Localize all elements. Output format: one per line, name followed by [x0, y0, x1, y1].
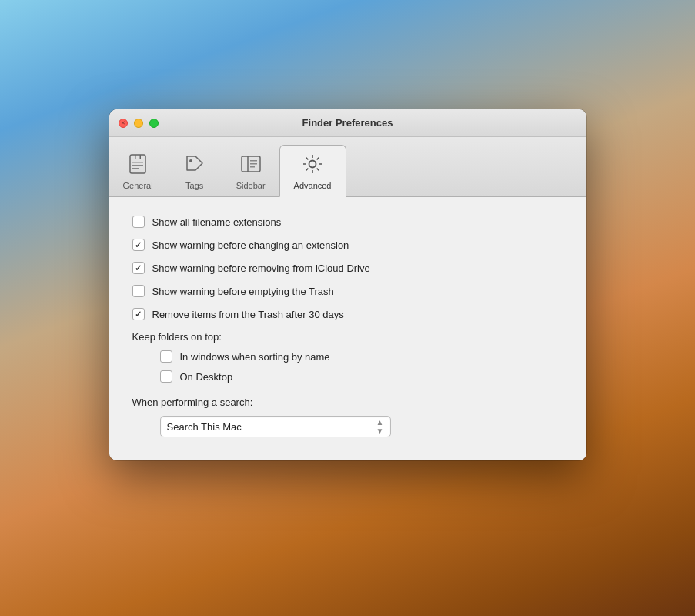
checkbox-folders-desktop[interactable] — [160, 370, 172, 383]
checkbox-show-extensions[interactable] — [132, 216, 145, 228]
finder-preferences-window: Finder Preferences General — [109, 109, 586, 460]
toolbar: General Tags Si — [109, 137, 586, 197]
tab-tags[interactable]: Tags — [167, 146, 222, 196]
svg-line-20 — [306, 169, 309, 171]
checkbox-remove-trash[interactable] — [132, 308, 145, 320]
tab-advanced[interactable]: Advanced — [279, 145, 346, 197]
row-remove-trash: Remove items from the Trash after 30 day… — [132, 308, 563, 320]
sidebar-icon — [237, 150, 265, 178]
row-folders-desktop: On Desktop — [160, 370, 563, 383]
tab-sidebar-label: Sidebar — [236, 181, 266, 190]
checkbox-warn-change-ext[interactable] — [132, 239, 145, 251]
checkbox-warn-trash[interactable] — [132, 285, 145, 297]
tags-icon — [181, 150, 209, 178]
dropdown-value: Search This Mac — [167, 421, 242, 433]
search-dropdown-wrap: Search This Mac ▲ ▼ — [160, 416, 563, 437]
label-folders-windows: In windows when sorting by name — [180, 351, 330, 363]
label-warn-trash: Show warning before emptying the Trash — [152, 286, 334, 297]
maximize-button[interactable] — [149, 119, 159, 128]
label-warn-icloud: Show warning before removing from iCloud… — [152, 263, 370, 274]
svg-rect-4 — [132, 165, 143, 166]
svg-line-18 — [317, 169, 319, 171]
label-show-extensions: Show all filename extensions — [152, 216, 282, 228]
svg-rect-10 — [250, 163, 257, 165]
window-controls — [119, 119, 159, 128]
row-warn-change-ext: Show warning before changing an extensio… — [132, 239, 563, 251]
content-area: Show all filename extensions Show warnin… — [109, 197, 586, 460]
checkbox-warn-icloud[interactable] — [132, 262, 145, 274]
folders-section-label: Keep folders on top: — [132, 331, 563, 343]
title-bar: Finder Preferences — [109, 109, 586, 137]
minimize-button[interactable] — [134, 119, 143, 128]
svg-rect-2 — [140, 155, 142, 159]
row-folders-windows: In windows when sorting by name — [160, 350, 563, 363]
svg-rect-3 — [132, 162, 143, 163]
svg-rect-11 — [250, 166, 255, 168]
tab-general-label: General — [123, 181, 153, 190]
row-show-extensions: Show all filename extensions — [132, 216, 563, 228]
window-title: Finder Preferences — [302, 117, 393, 129]
svg-point-6 — [189, 159, 192, 162]
svg-rect-5 — [132, 168, 139, 169]
tab-general[interactable]: General — [109, 146, 167, 196]
advanced-icon — [299, 150, 326, 178]
close-button[interactable] — [119, 119, 128, 128]
search-section-label: When performing a search: — [132, 397, 563, 408]
svg-line-17 — [306, 158, 309, 160]
row-warn-trash: Show warning before emptying the Trash — [132, 285, 563, 297]
tab-advanced-label: Advanced — [294, 181, 332, 190]
label-warn-change-ext: Show warning before changing an extensio… — [152, 239, 349, 251]
label-folders-desktop: On Desktop — [180, 371, 233, 383]
general-icon — [124, 150, 152, 178]
svg-line-19 — [317, 158, 319, 160]
row-warn-icloud: Show warning before removing from iCloud… — [132, 262, 563, 274]
svg-point-12 — [309, 161, 316, 168]
tab-tags-label: Tags — [185, 181, 203, 190]
checkbox-folders-windows[interactable] — [160, 350, 172, 363]
svg-rect-0 — [130, 155, 145, 173]
search-section: When performing a search: Search This Ma… — [132, 397, 563, 437]
svg-rect-1 — [135, 155, 136, 159]
label-remove-trash: Remove items from the Trash after 30 day… — [152, 309, 344, 320]
svg-rect-9 — [250, 160, 257, 162]
search-dropdown[interactable]: Search This Mac ▲ ▼ — [160, 416, 391, 437]
dropdown-arrows-icon: ▲ ▼ — [376, 419, 384, 435]
folders-sub-checkboxes: In windows when sorting by name On Deskt… — [160, 350, 563, 383]
tab-sidebar[interactable]: Sidebar — [222, 146, 279, 196]
